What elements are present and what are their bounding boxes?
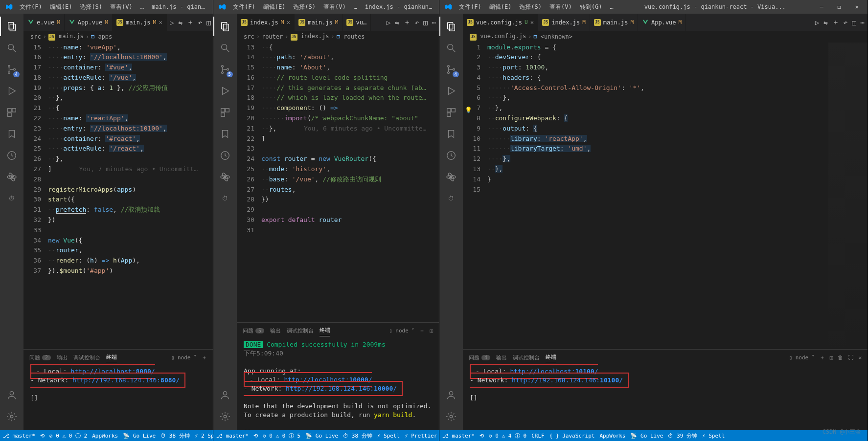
status-item[interactable]: 📡 Go Live <box>123 433 156 439</box>
menu-item[interactable]: 查看(V) <box>106 3 137 11</box>
breadcrumb-item[interactable]: ⊟ routes <box>337 33 365 40</box>
status-item[interactable]: ⏱ 38 分钟 <box>160 432 190 440</box>
breadcrumb[interactable]: src›JS main.js›⊟ apps <box>23 31 213 43</box>
run-debug-icon[interactable] <box>439 81 463 101</box>
breadcrumb-item[interactable]: ⊟ apps <box>91 33 112 40</box>
breadcrumb-item[interactable]: router <box>262 33 283 40</box>
run-debug-icon[interactable] <box>213 81 237 101</box>
menu-item[interactable]: 选择(S) <box>289 3 320 11</box>
status-item[interactable]: AppWorks <box>599 433 625 439</box>
add-icon[interactable]: ＋ <box>832 18 839 27</box>
search-icon[interactable] <box>439 38 463 58</box>
split-editor-icon[interactable]: ◫ <box>852 19 856 26</box>
panel-tab[interactable]: 调试控制台 <box>513 352 540 363</box>
bookmark-icon[interactable] <box>0 124 23 144</box>
compare-icon[interactable]: ⇋ <box>178 19 182 26</box>
menu-item[interactable]: 文件(F) <box>16 3 46 11</box>
panel-tab[interactable]: 终端 <box>320 325 330 336</box>
accounts-icon[interactable] <box>0 385 23 405</box>
maximize-button[interactable]: ◻ <box>830 0 848 14</box>
terminal-output[interactable]: - Local: http://localhost:8080/- Network… <box>23 365 213 430</box>
revert-icon[interactable]: ↶ <box>844 19 847 26</box>
bookmark-icon[interactable] <box>213 124 237 144</box>
menu-item[interactable]: 文件(F) <box>229 3 259 11</box>
editor-tab[interactable]: JSindex.jsM <box>538 14 590 31</box>
panel-tab[interactable]: 调试控制台 <box>73 352 100 363</box>
panel-tab[interactable]: 输出 <box>270 325 281 336</box>
run-icon[interactable]: ▷ <box>170 19 174 26</box>
breadcrumb-item[interactable]: JS vue.config.js <box>470 33 526 41</box>
panel-tab[interactable]: 问题2 <box>29 352 51 363</box>
split-editor-icon[interactable]: ◫ <box>206 19 210 26</box>
compare-icon[interactable]: ⇋ <box>823 19 827 26</box>
more-icon[interactable]: ⋯ <box>861 19 865 26</box>
lightbulb-icon[interactable]: 💡 <box>465 105 472 115</box>
search-icon[interactable] <box>213 38 237 58</box>
split-editor-icon[interactable]: ◫ <box>423 19 427 26</box>
code-editor[interactable]: module.exports = {··devServer: {····port… <box>487 43 868 350</box>
history-icon[interactable] <box>439 146 463 165</box>
settings-icon[interactable] <box>0 407 23 426</box>
panel-tab[interactable]: 终端 <box>546 352 556 363</box>
source-control-icon[interactable]: 5 <box>213 60 237 79</box>
timeline-icon[interactable]: ⏱ <box>439 189 463 208</box>
status-item[interactable]: CRLF <box>531 433 545 439</box>
minimap[interactable] <box>828 43 868 350</box>
trash-icon[interactable]: 🗑 <box>838 354 843 361</box>
breadcrumb-item[interactable]: JS index.js <box>291 33 329 41</box>
editor-tab[interactable]: JSindex.jsM× <box>237 14 295 31</box>
panel-tab[interactable]: 问题5 <box>243 325 264 336</box>
status-item[interactable]: 📡 Go Live <box>305 433 338 439</box>
status-item[interactable]: ⊘ 0 ⚠ 4 ⓘ 0 <box>489 432 526 440</box>
menu-item[interactable]: 选择(S) <box>515 3 546 11</box>
status-item[interactable]: ⚡ Spell <box>702 433 725 439</box>
status-item[interactable]: ⟲ <box>480 433 484 439</box>
editor-tab[interactable]: e.vueM <box>23 14 65 31</box>
breadcrumb[interactable]: JS vue.config.js›⊟ <unknown> <box>463 31 868 43</box>
timeline-icon[interactable]: ⏱ <box>0 189 23 208</box>
status-item[interactable]: ⏱ 39 分钟 <box>668 432 697 440</box>
timeline-icon[interactable]: ⏱ <box>213 189 237 208</box>
close-button[interactable]: ✕ <box>848 0 866 14</box>
breadcrumb-item[interactable]: JS main.js <box>48 33 84 41</box>
menu-item[interactable]: 编辑(E) <box>485 3 516 11</box>
settings-icon[interactable] <box>213 407 237 426</box>
compare-icon[interactable]: ⇋ <box>395 19 399 26</box>
panel-tab[interactable]: 终端 <box>106 352 117 363</box>
status-item[interactable]: ⟲ <box>253 433 258 439</box>
split-terminal-icon[interactable]: ◫ <box>830 354 833 361</box>
run-debug-icon[interactable] <box>0 81 23 101</box>
status-item[interactable]: ⊘ 0 ⚠ 0 ⓘ 2 <box>49 432 87 440</box>
editor-tab[interactable]: App.vueM <box>65 14 113 31</box>
extensions-icon[interactable] <box>0 103 23 122</box>
atom-icon[interactable] <box>0 167 23 187</box>
menu-item[interactable]: 编辑(E) <box>259 3 290 11</box>
editor-tab[interactable]: JSmain.jsM× <box>113 14 167 31</box>
status-item[interactable]: ⊘ 0 ⚠ 0 ⓘ 5 <box>263 432 300 440</box>
menu-item[interactable]: … <box>350 3 361 10</box>
tab-close-icon[interactable]: × <box>286 19 290 26</box>
history-icon[interactable] <box>213 146 237 165</box>
editor-tab[interactable]: JSvue.config.jsU× <box>463 14 538 31</box>
extensions-icon[interactable] <box>439 103 463 122</box>
menu-item[interactable]: … <box>606 3 617 10</box>
bookmark-icon[interactable] <box>439 124 463 144</box>
terminal-selector[interactable]: ▯ node ˅ <box>789 354 814 361</box>
source-control-icon[interactable]: 4 <box>439 60 463 79</box>
code-editor[interactable]: ··{····path: '/about',····name: 'About',… <box>261 43 439 323</box>
menu-item[interactable]: 编辑(E) <box>46 3 76 11</box>
atom-icon[interactable] <box>213 167 237 187</box>
status-item[interactable]: ⏱ 38 分钟 <box>343 432 372 440</box>
status-item[interactable]: ⚡ Prettier <box>405 433 437 439</box>
status-item[interactable]: ⎇ master* <box>442 433 475 439</box>
search-icon[interactable] <box>0 38 23 58</box>
panel-tab[interactable]: 问题4 <box>469 352 490 363</box>
menu-item[interactable]: 查看(V) <box>546 3 576 11</box>
explorer-icon[interactable] <box>439 17 463 36</box>
terminal-output[interactable]: - Local: http://localhost:10100/- Networ… <box>463 365 868 430</box>
add-icon[interactable]: ＋ <box>404 18 411 27</box>
extensions-icon[interactable] <box>213 103 237 122</box>
breadcrumb[interactable]: src›router›JS index.js›⊟ routes <box>237 31 439 43</box>
explorer-icon[interactable] <box>213 17 237 36</box>
editor-tab[interactable]: App.vueM <box>638 14 686 31</box>
